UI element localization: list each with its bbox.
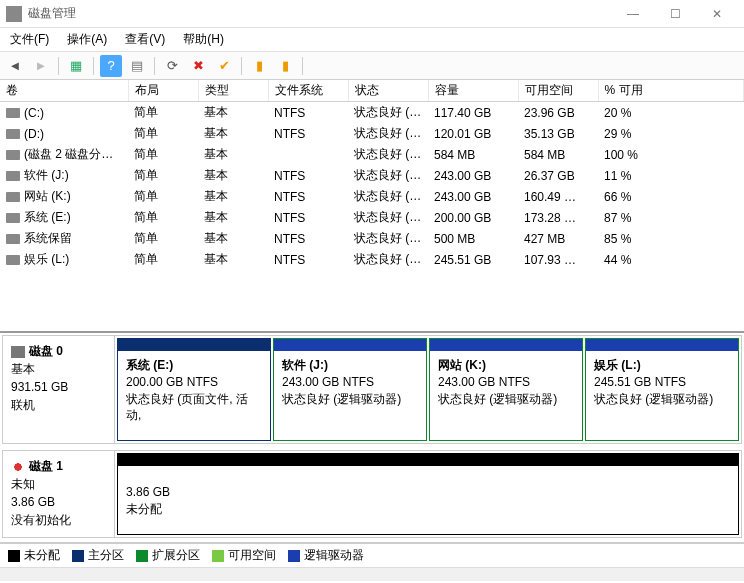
- volume-name: 系统 (E:): [24, 210, 71, 224]
- volume-pct: 44 %: [598, 249, 744, 270]
- close-button[interactable]: ✕: [696, 1, 738, 27]
- volume-list-pane[interactable]: 卷 布局 类型 文件系统 状态 容量 可用空间 % 可用 (C:)简单基本NTF…: [0, 80, 744, 333]
- menu-view[interactable]: 查看(V): [121, 29, 169, 50]
- tool-2-button[interactable]: ▮: [274, 55, 296, 77]
- legend: 未分配 主分区 扩展分区 可用空间 逻辑驱动器: [0, 543, 744, 567]
- col-freespace[interactable]: 可用空间: [518, 80, 598, 102]
- swatch-extended: [136, 550, 148, 562]
- volume-free: 26.37 GB: [518, 165, 598, 186]
- volume-row[interactable]: 系统 (E:)简单基本NTFS状态良好 (…200.00 GB173.28 …8…: [0, 207, 744, 228]
- volume-row[interactable]: (C:)简单基本NTFS状态良好 (…117.40 GB23.96 GB20 %: [0, 102, 744, 124]
- partition[interactable]: 娱乐 (L:)245.51 GB NTFS状态良好 (逻辑驱动器): [585, 338, 739, 441]
- toolbar-separator: [241, 57, 242, 75]
- volume-free: 160.49 …: [518, 186, 598, 207]
- volume-fs: [268, 144, 348, 165]
- volume-fs: NTFS: [268, 102, 348, 124]
- volume-fs: NTFS: [268, 123, 348, 144]
- list-button[interactable]: ▤: [126, 55, 148, 77]
- partition-status: 未分配: [126, 501, 730, 518]
- disk-info[interactable]: 磁盘 0基本931.51 GB联机: [3, 336, 115, 443]
- legend-free: 可用空间: [212, 547, 276, 564]
- volume-layout: 简单: [128, 123, 198, 144]
- tool-1-button[interactable]: ▮: [248, 55, 270, 77]
- col-layout[interactable]: 布局: [128, 80, 198, 102]
- partition-colorbar: [274, 339, 426, 351]
- disk-info[interactable]: 磁盘 1未知3.86 GB没有初始化: [3, 451, 115, 537]
- drive-icon: [6, 171, 20, 181]
- volume-row[interactable]: 系统保留简单基本NTFS状态良好 (…500 MB427 MB85 %: [0, 228, 744, 249]
- col-fs[interactable]: 文件系统: [268, 80, 348, 102]
- volume-row[interactable]: 软件 (J:)简单基本NTFS状态良好 (…243.00 GB26.37 GB1…: [0, 165, 744, 186]
- volume-free: 584 MB: [518, 144, 598, 165]
- partition-unallocated[interactable]: 3.86 GB未分配: [117, 453, 739, 535]
- disk-row: 磁盘 0基本931.51 GB联机系统 (E:)200.00 GB NTFS状态…: [2, 335, 742, 444]
- partition-colorbar: [118, 339, 270, 351]
- volume-status: 状态良好 (…: [348, 228, 428, 249]
- partition[interactable]: 软件 (J:)243.00 GB NTFS状态良好 (逻辑驱动器): [273, 338, 427, 441]
- col-status[interactable]: 状态: [348, 80, 428, 102]
- disk-partitions: 3.86 GB未分配: [115, 451, 741, 537]
- help-button[interactable]: ?: [100, 55, 122, 77]
- partition-colorbar: [586, 339, 738, 351]
- col-capacity[interactable]: 容量: [428, 80, 518, 102]
- volume-type: 基本: [198, 144, 268, 165]
- drive-icon: [6, 234, 20, 244]
- disk-size: 931.51 GB: [11, 378, 106, 396]
- disk-type: 未知: [11, 475, 106, 493]
- minimize-button[interactable]: —: [612, 1, 654, 27]
- partition[interactable]: 网站 (K:)243.00 GB NTFS状态良好 (逻辑驱动器): [429, 338, 583, 441]
- volume-layout: 简单: [128, 249, 198, 270]
- refresh-button[interactable]: ⟳: [161, 55, 183, 77]
- volume-fs: NTFS: [268, 207, 348, 228]
- partition[interactable]: 系统 (E:)200.00 GB NTFS状态良好 (页面文件, 活动,: [117, 338, 271, 441]
- menu-help[interactable]: 帮助(H): [179, 29, 228, 50]
- volume-status: 状态良好 (…: [348, 165, 428, 186]
- volume-fs: NTFS: [268, 165, 348, 186]
- volume-free: 35.13 GB: [518, 123, 598, 144]
- delete-button[interactable]: ✖: [187, 55, 209, 77]
- view-button[interactable]: ▦: [65, 55, 87, 77]
- partition-status: 状态良好 (逻辑驱动器): [438, 391, 574, 408]
- volume-status: 状态良好 (…: [348, 102, 428, 124]
- volume-pct: 11 %: [598, 165, 744, 186]
- partition-size: 200.00 GB NTFS: [126, 374, 262, 391]
- menu-file[interactable]: 文件(F): [6, 29, 53, 50]
- toolbar-separator: [154, 57, 155, 75]
- disk-graphical-pane[interactable]: 磁盘 0基本931.51 GB联机系统 (E:)200.00 GB NTFS状态…: [0, 333, 744, 543]
- volume-row[interactable]: 网站 (K:)简单基本NTFS状态良好 (…243.00 GB160.49 …6…: [0, 186, 744, 207]
- volume-capacity: 117.40 GB: [428, 102, 518, 124]
- volume-layout: 简单: [128, 207, 198, 228]
- drive-icon: [6, 213, 20, 223]
- volume-pct: 100 %: [598, 144, 744, 165]
- volume-fs: NTFS: [268, 186, 348, 207]
- forward-button[interactable]: ►: [30, 55, 52, 77]
- volume-row[interactable]: (D:)简单基本NTFS状态良好 (…120.01 GB35.13 GB29 %: [0, 123, 744, 144]
- disk-name: 磁盘 1: [29, 459, 63, 473]
- col-pctfree[interactable]: % 可用: [598, 80, 744, 102]
- col-volume[interactable]: 卷: [0, 80, 128, 102]
- volume-status: 状态良好 (…: [348, 144, 428, 165]
- toolbar-separator: [93, 57, 94, 75]
- volume-type: 基本: [198, 207, 268, 228]
- back-button[interactable]: ◄: [4, 55, 26, 77]
- swatch-primary: [72, 550, 84, 562]
- volume-status: 状态良好 (…: [348, 123, 428, 144]
- volume-layout: 简单: [128, 186, 198, 207]
- swatch-logical: [288, 550, 300, 562]
- maximize-button[interactable]: ☐: [654, 1, 696, 27]
- volume-layout: 简单: [128, 102, 198, 124]
- statusbar: [0, 567, 744, 581]
- col-type[interactable]: 类型: [198, 80, 268, 102]
- volume-type: 基本: [198, 165, 268, 186]
- drive-icon: [6, 108, 20, 118]
- volume-row[interactable]: (磁盘 2 磁盘分区 3)简单基本状态良好 (…584 MB584 MB100 …: [0, 144, 744, 165]
- swatch-unallocated: [8, 550, 20, 562]
- check-button[interactable]: ✔: [213, 55, 235, 77]
- app-icon: [6, 6, 22, 22]
- volume-free: 173.28 …: [518, 207, 598, 228]
- menu-action[interactable]: 操作(A): [63, 29, 111, 50]
- volume-name: 娱乐 (L:): [24, 252, 69, 266]
- volume-row[interactable]: 娱乐 (L:)简单基本NTFS状态良好 (…245.51 GB107.93 …4…: [0, 249, 744, 270]
- drive-icon: [6, 255, 20, 265]
- partition-title: 娱乐 (L:): [594, 358, 641, 372]
